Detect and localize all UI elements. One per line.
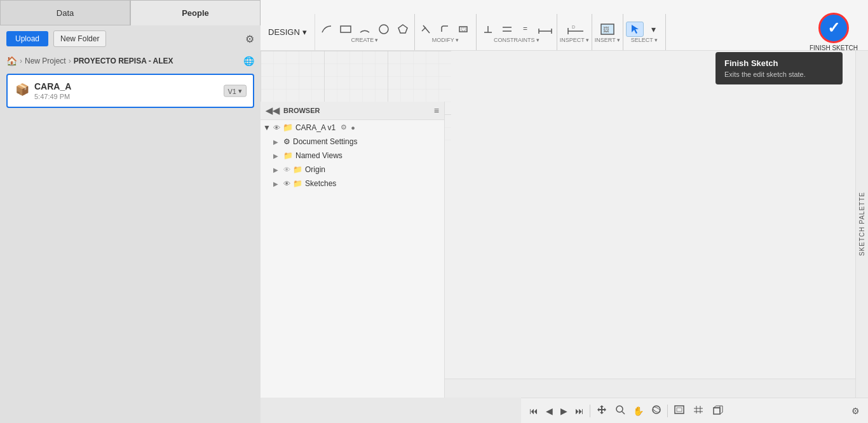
step-back-btn[interactable]: ◀: [544, 404, 555, 418]
insert-image-btn[interactable]: 🖼: [599, 22, 616, 37]
browser-item-origin[interactable]: ▶ 👁 📁 Origin: [261, 163, 444, 177]
grid-btn[interactable]: [691, 403, 706, 419]
equal-btn[interactable]: =: [517, 22, 535, 37]
create-group: CREATE ▾: [315, 14, 415, 50]
design-button[interactable]: DESIGN ▾: [261, 14, 315, 50]
select-label[interactable]: SELECT ▾: [631, 37, 658, 43]
design-dropdown-icon: ▾: [302, 27, 307, 37]
select-group: ▾ SELECT ▾: [623, 14, 666, 50]
hand-btn[interactable]: ✋: [631, 404, 646, 418]
upload-button[interactable]: Upload: [6, 31, 48, 46]
globe-icon[interactable]: 🌐: [243, 56, 254, 66]
svg-text:=: =: [523, 24, 527, 33]
fit-view-btn[interactable]: [672, 403, 687, 419]
svg-rect-43: [677, 408, 682, 412]
circle-btn[interactable]: [375, 22, 393, 37]
version-card[interactable]: 📦 CARA_A 5:47:49 PM V1 ▾: [6, 74, 254, 108]
browser-menu-btn[interactable]: ≡: [434, 105, 439, 116]
root-visibility-icon[interactable]: 👁: [273, 124, 280, 131]
version-name: CARA_A: [34, 81, 245, 91]
arc-btn[interactable]: [356, 22, 374, 37]
tab-data[interactable]: Data: [0, 0, 130, 25]
toolbar: DESIGN ▾: [261, 0, 868, 51]
svg-line-3: [422, 27, 426, 31]
browser-panel: ◀◀ BROWSER ≡ ▼ 👁 📁 CARA_A v1 ⚙ ● ▶ ⚙ Doc…: [261, 102, 445, 398]
design-label: DESIGN: [268, 27, 300, 37]
named-views-arrow: ▶: [273, 152, 281, 159]
browser-root-item[interactable]: ▼ 👁 📁 CARA_A v1 ⚙ ●: [261, 120, 444, 135]
insert-label[interactable]: INSERT ▾: [595, 37, 620, 43]
doc-settings-label: Document Settings: [293, 137, 357, 146]
root-settings-icon[interactable]: ⚙: [341, 123, 347, 131]
tab-people[interactable]: People: [130, 0, 261, 25]
svg-text:D: D: [572, 25, 575, 29]
line-tool-btn[interactable]: [318, 22, 336, 37]
offset-btn[interactable]: [456, 22, 473, 37]
zoom-btn[interactable]: [613, 403, 627, 419]
constraints-label[interactable]: CONSTRAINTS ▾: [494, 37, 539, 43]
perpendicular-btn[interactable]: [479, 22, 497, 37]
select-btn[interactable]: [626, 22, 644, 37]
orbit-btn[interactable]: [649, 403, 663, 419]
svg-line-39: [622, 412, 625, 414]
select-dropdown-btn[interactable]: ▾: [645, 22, 663, 37]
polygon-btn[interactable]: [394, 22, 412, 37]
browser-collapse-btn[interactable]: ◀◀: [266, 105, 280, 116]
create-label[interactable]: CREATE ▾: [351, 37, 378, 43]
version-badge[interactable]: V1 ▾: [224, 85, 247, 97]
named-views-label: Named Views: [295, 151, 342, 160]
sketches-label: Sketches: [305, 179, 336, 188]
settings-button[interactable]: ⚙: [245, 33, 254, 45]
origin-folder-icon: 📁: [293, 165, 302, 174]
named-views-icon: 📁: [283, 151, 293, 160]
constraints-group: = CONSTRAINTS ▾: [477, 14, 557, 50]
bottom-divider: [590, 405, 590, 417]
new-folder-button[interactable]: New Folder: [53, 30, 106, 47]
browser-item-doc-settings[interactable]: ▶ ⚙ Document Settings: [261, 135, 444, 149]
bottom-divider-2: [667, 405, 668, 417]
play-btn[interactable]: ▶: [559, 404, 569, 418]
version-info: CARA_A 5:47:49 PM: [34, 81, 245, 100]
modify-label[interactable]: MODIFY ▾: [432, 37, 459, 43]
skip-back-btn[interactable]: ⏮: [527, 404, 540, 418]
dimension-btn[interactable]: [536, 22, 554, 37]
svg-rect-5: [461, 28, 466, 30]
inspect-label[interactable]: INSPECT ▾: [560, 37, 589, 43]
browser-title: BROWSER: [283, 107, 320, 114]
trim-btn[interactable]: [417, 22, 435, 37]
root-eye-icon[interactable]: ●: [351, 124, 355, 131]
tooltip-desc: Exits the edit sketch state.: [724, 70, 834, 78]
finish-sketch-button[interactable]: ✓ FINISH SKETCH: [799, 10, 868, 54]
origin-arrow: ▶: [273, 166, 281, 173]
canvas-area[interactable]: 500 250 250 500 750 COMMENTS ⊕ | ◀◀ BROW…: [261, 51, 868, 398]
insert-group: 🖼 INSERT ▾: [592, 14, 623, 50]
measure-btn[interactable]: D: [566, 22, 583, 37]
sketch-palette-label: SKETCH PALETTE: [858, 192, 865, 256]
tooltip-title: Finish Sketch: [724, 58, 834, 68]
svg-rect-48: [714, 408, 720, 414]
bottom-bar: ⏮ ◀ ▶ ⏭ ✋ ⚙: [521, 398, 868, 423]
project-link[interactable]: New Project: [25, 57, 66, 65]
component-icon: 📦: [15, 83, 29, 97]
sketches-eye-icon[interactable]: 👁: [283, 180, 290, 187]
main-area: SOLID SURFACE SHEET METAL TOOLS SKETCH D…: [261, 0, 868, 423]
action-bar: Upload New Folder ⚙: [0, 25, 261, 52]
step-forward-btn[interactable]: ⏭: [573, 404, 586, 418]
parallel-btn[interactable]: [498, 22, 516, 37]
bottom-settings-btn[interactable]: ⚙: [850, 404, 862, 418]
browser-item-named-views[interactable]: ▶ 📁 Named Views: [261, 149, 444, 163]
rectangle-btn[interactable]: [337, 22, 355, 37]
home-icon[interactable]: 🏠: [6, 56, 17, 66]
sketches-folder-icon: 📁: [293, 179, 302, 188]
browser-item-sketches[interactable]: ▶ 👁 📁 Sketches: [261, 177, 444, 191]
root-folder-icon: 📁: [283, 123, 293, 132]
doc-settings-icon: ⚙: [283, 137, 290, 146]
root-collapse-arrow: ▼: [263, 123, 271, 132]
svg-point-38: [616, 406, 623, 412]
modify-group: MODIFY ▾: [415, 14, 477, 50]
fillet-btn[interactable]: [437, 22, 454, 37]
sketches-arrow: ▶: [273, 180, 281, 187]
pan-btn[interactable]: [594, 402, 609, 419]
origin-eye-icon[interactable]: 👁: [283, 166, 290, 173]
view-cube-btn[interactable]: [710, 403, 725, 419]
